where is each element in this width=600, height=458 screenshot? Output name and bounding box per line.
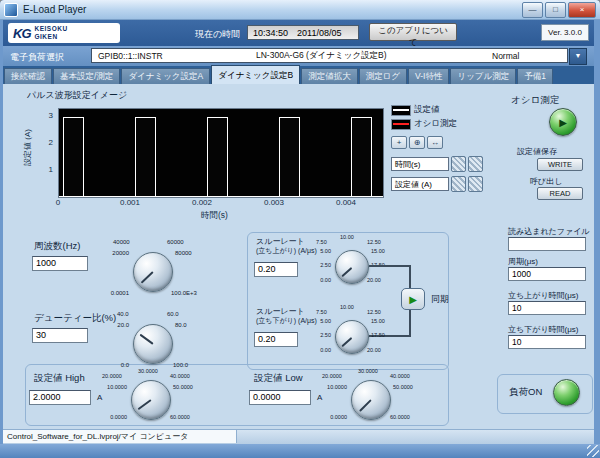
scale-label: 0.0001: [91, 290, 129, 296]
duty-value[interactable]: 30: [32, 328, 88, 343]
scale-label: 100.0E+3: [171, 290, 197, 296]
tab-dynamic-b[interactable]: ダイナミック設定B: [211, 65, 300, 84]
x-scale-lock-icon[interactable]: [451, 156, 466, 172]
scale-label: 2.50: [309, 262, 331, 268]
set-high-value[interactable]: 2.0000: [29, 390, 91, 405]
y-axis-selector[interactable]: 設定値 (A): [391, 177, 449, 191]
scale-label: 60.0000: [170, 414, 190, 420]
date-value: 2011/08/05: [297, 28, 341, 38]
scale-label: 40.0000: [390, 373, 410, 379]
tab-measure-zoom[interactable]: 測定値拡大: [301, 68, 358, 84]
scale-label: 20.00: [367, 347, 381, 353]
waveform-pulse: [351, 117, 373, 197]
maximize-button[interactable]: □: [545, 2, 566, 18]
frequency-knob-needle: [141, 271, 154, 283]
waveform-pulse: [279, 117, 301, 197]
about-button[interactable]: このアプリについて: [369, 23, 457, 41]
tab-connection-check[interactable]: 接続確認: [4, 68, 52, 84]
resize-grip-icon[interactable]: [587, 445, 599, 457]
rise-time-field[interactable]: 10: [508, 301, 586, 315]
graph-pan-icon[interactable]: ↔: [427, 136, 443, 149]
waveform-pulse: [63, 117, 85, 197]
frequency-knob[interactable]: [133, 252, 173, 292]
scale-label: 40000: [113, 239, 130, 245]
scale-label: 50.0000: [393, 384, 413, 390]
tab-spare1[interactable]: 予備1: [517, 68, 553, 84]
set-high-label: 設定値 High: [34, 372, 85, 385]
sync-arrow-icon: ▶: [409, 294, 417, 305]
time-value: 10:34:50: [253, 28, 288, 38]
header-banner: KG KEISOKU GIKEN 現在の時間 10:34:50 2011/08/…: [3, 20, 594, 46]
load-on-button[interactable]: [553, 379, 580, 406]
set-low-unit: A: [317, 393, 322, 402]
legend-item-setvalue[interactable]: 設定値: [391, 104, 440, 116]
read-button[interactable]: READ: [537, 187, 583, 200]
tab-basic-settings[interactable]: 基本設定/測定: [53, 68, 120, 84]
tab-dynamic-a[interactable]: ダイナミック設定A: [121, 68, 210, 84]
window-controls: — □ ×: [522, 2, 596, 18]
device-mode: Normal: [492, 51, 519, 61]
slew-fall-value[interactable]: 0.20: [254, 332, 298, 347]
window-border-right: [594, 20, 600, 444]
slew-rise-knob-needle: [341, 266, 352, 276]
slew-rise-knob[interactable]: [335, 250, 369, 284]
scale-label: 80000: [175, 250, 192, 256]
fall-time-field[interactable]: 10: [508, 335, 586, 349]
write-button[interactable]: WRITE: [537, 158, 583, 171]
set-high-knob[interactable]: [131, 380, 171, 420]
tab-measure-log[interactable]: 測定ログ: [359, 68, 407, 84]
scale-label: 5.00: [307, 248, 331, 254]
device-model: LN-300A-G6 (ダイナミック設定B): [256, 50, 492, 62]
set-low-value[interactable]: 0.0000: [249, 390, 311, 405]
period-field[interactable]: 1000: [508, 267, 586, 281]
tab-strip: 接続確認 基本設定/測定 ダイナミック設定A ダイナミック設定B 測定値拡大 測…: [3, 66, 594, 84]
x-tick: 0: [56, 198, 60, 207]
scale-label: 20000: [95, 250, 129, 256]
keisoku-giken-logo: KG KEISOKU GIKEN: [8, 23, 120, 43]
slew-fall-knob[interactable]: [335, 320, 369, 354]
device-selector-combobox[interactable]: GPIB0::1::INSTR LN-300A-G6 (ダイナミック設定B) N…: [91, 48, 568, 63]
minimize-button[interactable]: —: [522, 2, 543, 18]
graph-cursor-icon[interactable]: +: [391, 136, 407, 149]
project-path[interactable]: Control_Software_for_DL.lvproj/マイ コンピュータ: [3, 430, 237, 443]
titlebar[interactable]: E-Load Player — □ ×: [0, 0, 600, 20]
device-address: GPIB0::1::INSTR: [98, 51, 256, 61]
current-time-display: 10:34:50 2011/08/05: [247, 25, 359, 40]
set-high-knob-needle: [138, 399, 152, 410]
scale-label: 30.0000: [358, 368, 378, 374]
frequency-value[interactable]: 1000: [32, 256, 88, 271]
close-button[interactable]: ×: [568, 2, 596, 18]
scale-label: 10.00: [340, 304, 354, 310]
scale-label: 5.00: [307, 318, 331, 324]
fall-time-label: 立ち下がり時間(μs): [508, 324, 579, 335]
y-scale-lock-icon[interactable]: [451, 176, 466, 192]
tab-ripple[interactable]: リップル測定: [450, 68, 516, 84]
scale-label: 10.0000: [311, 384, 347, 390]
legend-item-oscillo[interactable]: オシロ測定: [391, 118, 457, 130]
x-axis-selector[interactable]: 時間(s): [391, 157, 449, 171]
window-border-bottom: [0, 444, 600, 458]
scale-label: 60000: [167, 239, 184, 245]
oscillo-label: オシロ測定: [511, 94, 559, 107]
x-scale-format-icon[interactable]: [468, 156, 483, 172]
window-title: E-Load Player: [23, 4, 86, 15]
set-low-knob[interactable]: [351, 380, 391, 420]
legend-label-oscillo: オシロ測定: [414, 118, 457, 130]
slew-rise-value[interactable]: 0.20: [254, 262, 298, 277]
waveform-plot[interactable]: [58, 108, 384, 198]
y-scale-legend: 設定値 (A): [391, 176, 483, 192]
sync-button[interactable]: ▶: [401, 288, 425, 310]
waveform-xlabel: 時間(s): [201, 210, 228, 222]
tab-vi-characteristic[interactable]: V-I特性: [408, 68, 449, 84]
loaded-file-field[interactable]: [508, 237, 586, 251]
legend-line-white: [393, 109, 409, 111]
duty-knob[interactable]: [133, 324, 173, 364]
dynamic-b-panel: パルス波形設定イメージ 設定値 (A) 3 2 1 0 0.001 0.002 …: [3, 84, 594, 430]
device-dropdown-icon[interactable]: ▼: [569, 48, 587, 65]
x-tick: 0.001: [120, 198, 140, 207]
y-scale-format-icon[interactable]: [468, 176, 483, 192]
scale-label: 7.50: [316, 309, 327, 315]
oscillo-start-button[interactable]: ▶: [549, 108, 577, 136]
graph-zoom-icon[interactable]: ⊕: [409, 136, 425, 149]
period-label: 周期(μs): [508, 256, 538, 267]
